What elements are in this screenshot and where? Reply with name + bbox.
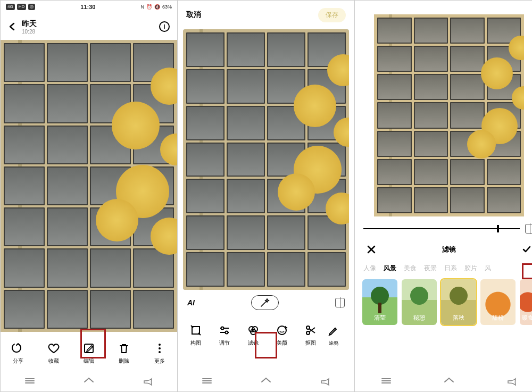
tool-cutout[interactable]: 抠图 xyxy=(297,323,325,347)
intensity-slider[interactable] xyxy=(363,228,520,229)
filter-card[interactable]: 暖食 xyxy=(520,279,532,325)
crop-icon xyxy=(189,323,203,337)
filter-card[interactable]: 甜粉 xyxy=(480,279,516,325)
cat-portrait[interactable]: 人像 xyxy=(363,264,376,273)
back-button[interactable] xyxy=(506,375,518,387)
filtered-preview[interactable] xyxy=(374,14,524,216)
edit-button[interactable]: 编辑 xyxy=(76,341,102,365)
system-navbar xyxy=(1,370,177,391)
magic-row: AI xyxy=(178,290,354,315)
compare-icon[interactable] xyxy=(525,224,532,233)
pencil-icon xyxy=(327,324,340,338)
save-button[interactable]: 保存 xyxy=(318,8,346,22)
favorite-button[interactable]: 收藏 xyxy=(40,341,67,365)
share-icon xyxy=(11,341,25,355)
filter-header: 滤镜 xyxy=(355,239,532,260)
filter-card[interactable]: 清莹 xyxy=(362,279,397,325)
face-icon xyxy=(275,323,289,337)
tool-compose[interactable]: 构图 xyxy=(182,323,210,347)
cat-more[interactable]: 风 xyxy=(485,264,491,273)
back-icon[interactable] xyxy=(8,22,16,31)
cat-film[interactable]: 胶片 xyxy=(464,264,477,273)
system-navbar xyxy=(178,370,354,391)
photo-canvas[interactable] xyxy=(183,29,349,290)
info-icon[interactable]: i xyxy=(159,21,170,32)
filter-card[interactable]: 秘憩 xyxy=(402,279,437,325)
close-button[interactable] xyxy=(367,245,376,254)
home-button[interactable] xyxy=(443,375,455,387)
magic-wand-button[interactable] xyxy=(251,295,279,310)
recents-button[interactable] xyxy=(201,375,213,387)
more-icon xyxy=(153,341,167,355)
status-bar: 4GHD◎ 11:30 N⏰🔇63% xyxy=(1,1,177,13)
editor-header: 取消 保存 xyxy=(178,1,354,29)
tool-filter[interactable]: 滤镜 xyxy=(239,323,267,347)
header-title: 昨天 xyxy=(22,19,37,29)
viewer-header: 昨天 10:28 i xyxy=(1,13,177,40)
system-navbar xyxy=(355,370,532,391)
delete-button[interactable]: 删除 xyxy=(111,341,137,365)
recents-button[interactable] xyxy=(24,375,36,387)
photo-preview[interactable] xyxy=(1,40,177,332)
recents-button[interactable] xyxy=(380,375,392,387)
bottom-actions: 分享 收藏 编辑 删除 更多 xyxy=(1,332,177,370)
compare-icon[interactable] xyxy=(335,298,345,307)
filter-title: 滤镜 xyxy=(442,245,456,254)
heart-icon xyxy=(47,341,61,355)
share-button[interactable]: 分享 xyxy=(5,341,31,365)
editor-screen: 取消 保存 AI xyxy=(178,1,355,391)
intensity-row xyxy=(355,221,532,239)
scissors-icon xyxy=(304,323,318,337)
tool-adjust[interactable]: 调节 xyxy=(211,323,238,347)
ai-icon[interactable]: AI xyxy=(187,298,195,307)
back-button[interactable] xyxy=(319,375,331,387)
tool-beauty[interactable]: 美颜 xyxy=(268,323,296,347)
svg-point-1 xyxy=(159,344,161,346)
confirm-button[interactable] xyxy=(522,245,531,254)
home-button[interactable] xyxy=(260,375,272,387)
filter-card-selected[interactable]: 落秋 xyxy=(441,279,476,325)
back-button[interactable] xyxy=(142,375,154,387)
filter-screen: 滤镜 人像 风景 美食 夜景 日系 胶片 风 清莹 秘憩 落秋 甜粉 暖食 xyxy=(355,1,532,391)
sliders-icon xyxy=(218,323,231,337)
header-subtitle: 10:28 xyxy=(22,29,37,35)
cat-night[interactable]: 夜景 xyxy=(424,264,437,273)
filter-icon xyxy=(246,323,260,337)
edit-icon xyxy=(82,341,96,355)
svg-point-10 xyxy=(278,326,286,335)
svg-point-3 xyxy=(159,351,161,353)
filter-thumbnails: 清莹 秘憩 落秋 甜粉 暖食 xyxy=(355,276,532,329)
gallery-viewer-screen: 4GHD◎ 11:30 N⏰🔇63% 昨天 10:28 i xyxy=(1,1,178,391)
cat-japanese[interactable]: 日系 xyxy=(444,264,457,273)
tool-doodle[interactable]: 涂鸦 xyxy=(326,324,342,347)
filter-categories: 人像 风景 美食 夜景 日系 胶片 风 xyxy=(355,260,532,276)
cat-scenery[interactable]: 风景 xyxy=(384,264,396,273)
more-button[interactable]: 更多 xyxy=(146,341,173,365)
svg-point-6 xyxy=(226,331,228,334)
editor-tools: 构图 调节 滤镜 美颜 抠图 涂鸦 xyxy=(178,315,354,355)
svg-rect-4 xyxy=(192,327,200,334)
trash-icon xyxy=(117,341,131,355)
cancel-button[interactable]: 取消 xyxy=(186,10,201,20)
svg-point-5 xyxy=(221,327,224,330)
svg-point-2 xyxy=(159,347,161,349)
home-button[interactable] xyxy=(83,375,95,387)
cat-food[interactable]: 美食 xyxy=(404,264,417,273)
